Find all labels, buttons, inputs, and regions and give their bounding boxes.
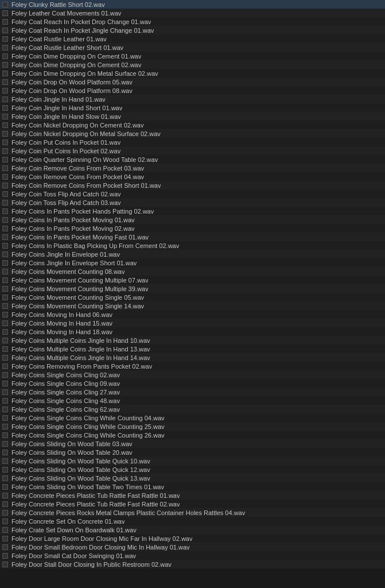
file-checkbox[interactable] (2, 398, 8, 404)
list-item[interactable]: Foley Coins Single Coins Cling 62.wav (0, 405, 385, 413)
list-item[interactable]: Foley Coins Movement Counting 08.wav (0, 267, 385, 276)
file-checkbox[interactable] (2, 363, 8, 369)
file-checkbox[interactable] (2, 527, 8, 533)
file-checkbox[interactable] (2, 407, 8, 412)
list-item[interactable]: Foley Coin Toss Flip And Catch 02.wav (0, 189, 385, 198)
file-checkbox[interactable] (2, 501, 8, 507)
file-checkbox[interactable] (2, 45, 8, 51)
list-item[interactable]: Foley Coin Toss Flip And Catch 03.wav (0, 198, 385, 207)
file-checkbox[interactable] (2, 450, 8, 455)
list-item[interactable]: Foley Coin Remove Coins From Pocket 04.w… (0, 172, 385, 181)
file-checkbox[interactable] (2, 10, 8, 16)
list-item[interactable]: Foley Coins Single Coins Cling While Cou… (0, 422, 385, 431)
list-item[interactable]: Foley Clunky Rattle Short 02.wav (0, 0, 385, 9)
list-item[interactable]: Foley Coin Put Coins In Pocket 02.wav (0, 146, 385, 155)
list-item[interactable]: Foley Leather Coat Movements 01.wav (0, 9, 385, 17)
list-item[interactable]: Foley Coins Sliding On Wood Table 03.wav (0, 439, 385, 448)
list-item[interactable]: Foley Door Small Cat Door Swinging 01.wa… (0, 551, 385, 560)
list-item[interactable]: Foley Coin Nickel Dropping On Metal Surf… (0, 129, 385, 138)
file-checkbox[interactable] (2, 96, 8, 102)
file-checkbox[interactable] (2, 432, 8, 438)
list-item[interactable]: Foley Concrete Set On Concrete 01.wav (0, 517, 385, 525)
file-checkbox[interactable] (2, 329, 8, 335)
file-checkbox[interactable] (2, 234, 8, 240)
file-checkbox[interactable] (2, 174, 8, 180)
list-item[interactable]: Foley Coins Single Coins Cling 27.wav (0, 388, 385, 396)
file-checkbox[interactable] (2, 62, 8, 68)
file-checkbox[interactable] (2, 217, 8, 223)
list-item[interactable]: Foley Coins In Pants Pocket Hands Pattin… (0, 207, 385, 215)
file-checkbox[interactable] (2, 79, 8, 85)
list-item[interactable]: Foley Coat Rustle Leather Short 01.wav (0, 43, 385, 52)
file-checkbox[interactable] (2, 122, 8, 128)
file-checkbox[interactable] (2, 252, 8, 257)
list-item[interactable]: Foley Coins Moving In Hand 15.wav (0, 319, 385, 327)
list-item[interactable]: Foley Coins In Pants Pocket Moving Fast … (0, 233, 385, 241)
list-item[interactable]: Foley Coins Movement Counting Multiple 0… (0, 276, 385, 284)
file-checkbox[interactable] (2, 208, 8, 214)
list-item[interactable]: Foley Coins Multiple Coins Jingle In Han… (0, 345, 385, 353)
file-checkbox[interactable] (2, 2, 8, 7)
list-item[interactable]: Foley Coins Sliding On Wood Table 20.wav (0, 448, 385, 457)
list-item[interactable]: Foley Coin Drop On Wood Platform 08.wav (0, 86, 385, 95)
list-item[interactable]: Foley Coin Quarter Spinning On Wood Tabl… (0, 155, 385, 164)
list-item[interactable]: Foley Coins Moving In Hand 18.wav (0, 327, 385, 336)
file-checkbox[interactable] (2, 536, 8, 541)
list-item[interactable]: Foley Coins In Pants Pocket Moving 02.wa… (0, 224, 385, 233)
file-checkbox[interactable] (2, 286, 8, 292)
list-item[interactable]: Foley Coin Jingle In Hand Short 01.wav (0, 103, 385, 112)
file-checkbox[interactable] (2, 19, 8, 25)
list-item[interactable]: Foley Coins Multiple Coins Jingle In Han… (0, 336, 385, 345)
file-checkbox[interactable] (2, 183, 8, 188)
list-item[interactable]: Foley Coat Reach In Pocket Drop Change 0… (0, 17, 385, 26)
file-checkbox[interactable] (2, 510, 8, 516)
list-item[interactable]: Foley Concrete Pieces Plastic Tub Rattle… (0, 491, 385, 500)
list-item[interactable]: Foley Coat Rustle Leather 01.wav (0, 34, 385, 43)
file-checkbox[interactable] (2, 114, 8, 119)
file-checkbox[interactable] (2, 36, 8, 42)
list-item[interactable]: Foley Coin Drop On Wood Platform 05.wav (0, 78, 385, 86)
list-item[interactable]: Foley Coin Dime Dropping On Cement 01.wa… (0, 52, 385, 60)
list-item[interactable]: Foley Coins Movement Counting Multiple 3… (0, 284, 385, 293)
file-checkbox[interactable] (2, 140, 8, 145)
file-checkbox[interactable] (2, 493, 8, 498)
file-checkbox[interactable] (2, 295, 8, 300)
file-checkbox[interactable] (2, 303, 8, 309)
file-checkbox[interactable] (2, 389, 8, 395)
list-item[interactable]: Foley Coins In Pants Pocket Moving 01.wa… (0, 215, 385, 224)
file-checkbox[interactable] (2, 88, 8, 94)
list-item[interactable]: Foley Coin Dime Dropping On Cement 02.wa… (0, 60, 385, 69)
file-checkbox[interactable] (2, 53, 8, 59)
file-checkbox[interactable] (2, 484, 8, 490)
list-item[interactable]: Foley Coins Single Coins Cling 48.wav (0, 396, 385, 405)
file-checkbox[interactable] (2, 346, 8, 352)
file-checkbox[interactable] (2, 260, 8, 266)
file-checkbox[interactable] (2, 269, 8, 274)
file-checkbox[interactable] (2, 424, 8, 430)
file-checkbox[interactable] (2, 355, 8, 361)
list-item[interactable]: Foley Coins Jingle In Envelope Short 01.… (0, 258, 385, 267)
list-item[interactable]: Foley Coat Reach In Pocket Jingle Change… (0, 26, 385, 34)
file-checkbox[interactable] (2, 28, 8, 33)
list-item[interactable]: Foley Door Large Room Door Closing Mic F… (0, 534, 385, 543)
file-checkbox[interactable] (2, 165, 8, 171)
list-item[interactable]: Foley Coins Single Coins Cling While Cou… (0, 431, 385, 439)
file-checkbox[interactable] (2, 519, 8, 524)
file-checkbox[interactable] (2, 105, 8, 111)
list-item[interactable]: Foley Concrete Pieces Plastic Tub Rattle… (0, 500, 385, 508)
file-checkbox[interactable] (2, 243, 8, 249)
file-checkbox[interactable] (2, 381, 8, 386)
list-item[interactable]: Foley Coin Jingle In Hand 01.wav (0, 95, 385, 103)
file-checkbox[interactable] (2, 71, 8, 76)
list-item[interactable]: Foley Coin Nickel Dropping On Cement 02.… (0, 121, 385, 129)
file-checkbox[interactable] (2, 553, 8, 559)
list-item[interactable]: Foley Coins Movement Counting Single 05.… (0, 293, 385, 301)
list-item[interactable]: Foley Coins Single Coins Cling 02.wav (0, 370, 385, 379)
file-checkbox[interactable] (2, 467, 8, 473)
list-item[interactable]: Foley Door Small Bedroom Door Closing Mi… (0, 543, 385, 551)
list-item[interactable]: Foley Coins Single Coins Cling While Cou… (0, 413, 385, 422)
file-checkbox[interactable] (2, 191, 8, 197)
list-item[interactable]: Foley Coins Movement Counting Single 14.… (0, 301, 385, 310)
file-checkbox[interactable] (2, 157, 8, 163)
file-checkbox[interactable] (2, 148, 8, 154)
